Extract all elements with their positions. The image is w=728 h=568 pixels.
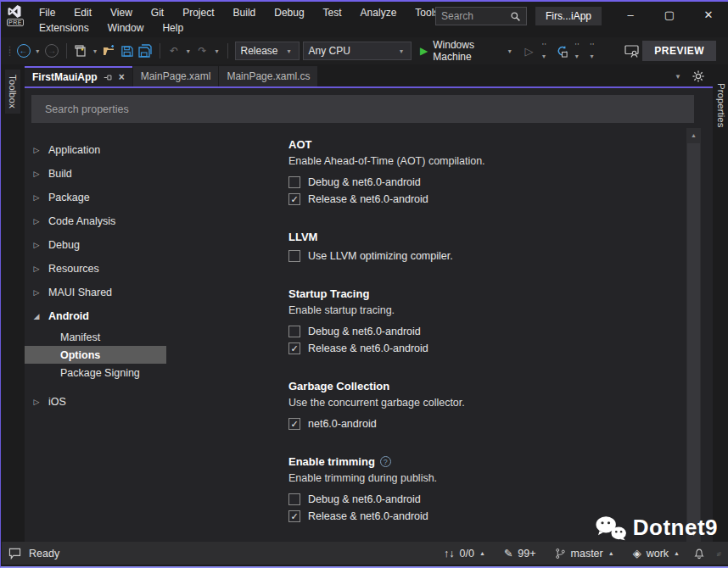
save-all-icon bbox=[138, 44, 152, 58]
vertical-scrollbar[interactable]: ▲ ▼ bbox=[686, 128, 701, 542]
checkbox[interactable]: ✓ bbox=[288, 510, 300, 522]
tree-item-application[interactable]: Application bbox=[31, 138, 283, 162]
tree-item-code-analysis[interactable]: Code Analysis bbox=[31, 209, 283, 233]
preview-feature-button[interactable]: PREVIEW bbox=[642, 41, 716, 61]
close-button[interactable]: ✕ bbox=[689, 2, 728, 27]
global-search-box[interactable]: Search bbox=[435, 7, 527, 25]
save-all-button[interactable] bbox=[137, 42, 152, 60]
tree-item-maui-shared[interactable]: MAUI Shared bbox=[31, 281, 283, 304]
tree-item-resources[interactable]: Resources bbox=[31, 257, 283, 281]
navigate-back-dropdown[interactable]: ▾ bbox=[34, 47, 42, 55]
checkbox[interactable]: ✓ bbox=[288, 493, 300, 505]
help-icon[interactable]: ? bbox=[380, 456, 391, 467]
new-project-dropdown[interactable]: ▾ bbox=[92, 47, 99, 55]
scrollbar-thumb[interactable] bbox=[687, 143, 700, 525]
tab-mainpage-xaml-cs[interactable]: MainPage.xaml.cs bbox=[219, 66, 317, 86]
checkbox[interactable]: ✓ bbox=[288, 418, 300, 430]
search-properties-input[interactable]: Search properties bbox=[31, 95, 694, 123]
start-debugging-button[interactable]: ▶ Windows Machine ▾ bbox=[415, 42, 518, 60]
properties-side-strip: Properties bbox=[713, 66, 728, 542]
maximize-button[interactable]: ▢ bbox=[650, 2, 689, 27]
live-share-button[interactable] bbox=[624, 42, 639, 60]
tab-list-dropdown[interactable]: ▼ bbox=[674, 73, 682, 81]
checkbox[interactable]: ✓ bbox=[288, 193, 300, 205]
wechat-icon bbox=[594, 515, 628, 541]
menu-analyze[interactable]: Analyze bbox=[351, 5, 406, 20]
title-bar: PRE File Edit View Git Project Build Deb… bbox=[1, 2, 728, 37]
toolbox-tab[interactable]: Toolbox bbox=[5, 70, 20, 114]
chevron-right-icon bbox=[31, 170, 42, 178]
checkbox[interactable]: ✓ bbox=[288, 250, 300, 262]
properties-tab[interactable]: Properties bbox=[714, 78, 728, 132]
branch-selector[interactable]: master ▲ bbox=[550, 545, 619, 562]
repository-name: work bbox=[647, 548, 669, 560]
configuration-select[interactable]: Release ▾ bbox=[235, 42, 300, 60]
checkbox[interactable]: ✓ bbox=[288, 342, 300, 354]
close-tab-icon[interactable]: × bbox=[119, 71, 125, 83]
navigate-forward-button[interactable]: → bbox=[45, 42, 59, 60]
undo-button[interactable]: ↶ bbox=[166, 42, 181, 60]
minimize-button[interactable]: – bbox=[611, 2, 650, 27]
search-placeholder: Search bbox=[441, 10, 510, 22]
platform-select[interactable]: Any CPU ▾ bbox=[303, 42, 412, 60]
navigate-back-button[interactable]: ← bbox=[16, 42, 31, 60]
chevron-expanded-icon bbox=[31, 312, 42, 320]
checkbox[interactable]: ✓ bbox=[288, 176, 300, 188]
vs-window: PRE File Edit View Git Project Build Deb… bbox=[0, 0, 728, 568]
tree-item-build[interactable]: Build bbox=[31, 162, 283, 186]
repository-selector[interactable]: ◈ work ▲ bbox=[628, 544, 685, 562]
undo-dropdown[interactable]: ▾ bbox=[184, 47, 192, 55]
menu-edit[interactable]: Edit bbox=[64, 5, 101, 20]
menu-view[interactable]: View bbox=[101, 5, 142, 20]
open-file-button[interactable] bbox=[102, 42, 116, 60]
gear-icon[interactable] bbox=[692, 70, 704, 82]
git-branch-icon bbox=[555, 548, 566, 560]
menu-git[interactable]: Git bbox=[142, 5, 173, 20]
chevron-up-icon: ▲ bbox=[608, 550, 614, 556]
feedback-icon[interactable] bbox=[8, 548, 21, 560]
option-row: ✓ Debug & net6.0-android bbox=[288, 491, 713, 508]
resize-grip[interactable]: ⸙ bbox=[717, 549, 721, 558]
tab-label: FirstMauiApp bbox=[32, 71, 98, 83]
menu-window[interactable]: Window bbox=[98, 20, 154, 36]
redo-button[interactable]: ↷ bbox=[195, 42, 210, 60]
run-target-dropdown[interactable]: ▾ bbox=[507, 47, 513, 55]
tab-firstmauiapp[interactable]: FirstMauiApp × bbox=[25, 66, 132, 86]
menu-test[interactable]: Test bbox=[314, 5, 351, 20]
sync-commits-button[interactable]: ↑↓ 0/0 ▲ bbox=[439, 545, 490, 562]
tree-item-android[interactable]: Android bbox=[31, 304, 283, 328]
tree-item-debug[interactable]: Debug bbox=[31, 233, 283, 257]
properties-tree: Application Build Package Code Anal bbox=[25, 138, 283, 542]
tree-item-package[interactable]: Package bbox=[31, 186, 283, 209]
apply-code-changes-icon[interactable]: ''▾ bbox=[540, 43, 552, 58]
tree-item-android-manifest[interactable]: Manifest bbox=[25, 328, 166, 346]
new-project-button[interactable] bbox=[74, 42, 88, 60]
tab-mainpage-xaml[interactable]: MainPage.xaml bbox=[133, 66, 219, 86]
scroll-up-icon[interactable]: ▲ bbox=[686, 130, 701, 142]
section-description: Enable startup tracing. bbox=[288, 304, 713, 316]
start-without-debugging-button[interactable]: ▷ bbox=[522, 42, 536, 60]
notifications-bell-icon[interactable] bbox=[693, 547, 705, 560]
toolbar-grip[interactable]: ⋮⋮ bbox=[6, 47, 13, 54]
checkbox[interactable]: ✓ bbox=[288, 326, 300, 337]
pin-icon[interactable] bbox=[104, 73, 113, 82]
step-options-icon[interactable]: ''▾ bbox=[587, 43, 599, 58]
chevron-up-icon: ▲ bbox=[674, 550, 680, 556]
menu-project[interactable]: Project bbox=[173, 5, 223, 20]
menu-extensions[interactable]: Extensions bbox=[30, 20, 98, 36]
redo-dropdown[interactable]: ▾ bbox=[213, 47, 221, 55]
tree-item-android-package-signing[interactable]: Package Signing bbox=[25, 364, 166, 381]
toolbox-side-strip: Toolbox bbox=[2, 66, 25, 542]
breakpoints-icon[interactable]: ''▾ bbox=[573, 43, 585, 58]
tree-item-ios[interactable]: iOS bbox=[31, 390, 283, 414]
menu-debug[interactable]: Debug bbox=[265, 5, 313, 20]
menu-help[interactable]: Help bbox=[153, 20, 193, 36]
save-button[interactable] bbox=[120, 42, 134, 60]
pending-edits-button[interactable]: ✎ 99+ bbox=[499, 544, 541, 562]
hot-reload-button[interactable] bbox=[555, 42, 569, 60]
menu-build[interactable]: Build bbox=[224, 5, 266, 20]
checkbox-label: Debug & net6.0-android bbox=[308, 176, 421, 188]
menu-file[interactable]: File bbox=[30, 5, 64, 20]
tree-item-android-options[interactable]: Options bbox=[25, 346, 166, 364]
search-properties-placeholder: Search properties bbox=[45, 103, 129, 115]
